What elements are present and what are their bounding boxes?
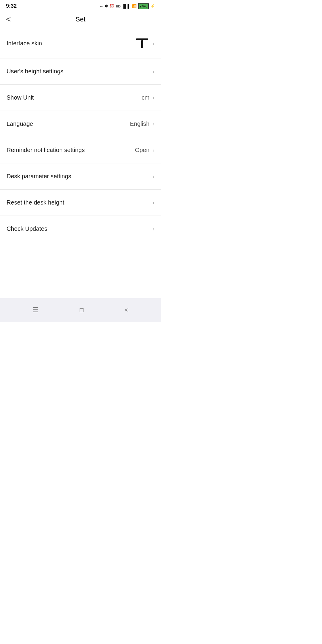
menu-item-users-height[interactable]: User's height settings› [0, 58, 161, 85]
menu-item-reminder-notification[interactable]: Reminder notification settingsOpen› [0, 137, 161, 163]
chevron-icon-show-unit: › [152, 94, 154, 101]
chevron-icon-reset-desk-height: › [152, 199, 154, 206]
menu-list: Interface skin ›User's height settings›S… [0, 28, 161, 298]
page-title: Set [75, 16, 85, 23]
status-bar: 9:32 ··· ✱ ⏰ HD ▐▌▌ 📶 74% ⚡ [0, 0, 161, 11]
header: < Set [0, 11, 161, 28]
nav-menu-icon[interactable]: ☰ [32, 306, 38, 314]
menu-item-label-reminder-notification: Reminder notification settings [7, 147, 85, 154]
menu-item-right-check-updates: › [152, 225, 154, 232]
chevron-icon-reminder-notification: › [152, 147, 154, 154]
menu-item-label-show-unit: Show Unit [7, 94, 34, 101]
menu-item-right-reset-desk-height: › [152, 199, 154, 206]
back-button[interactable]: < [6, 15, 11, 24]
hd-icon: HD [116, 4, 120, 8]
menu-item-right-language: English› [130, 120, 154, 127]
menu-item-label-users-height: User's height settings [7, 68, 64, 75]
menu-item-check-updates[interactable]: Check Updates› [0, 216, 161, 242]
alarm-icon: ⏰ [109, 4, 114, 8]
menu-item-show-unit[interactable]: Show Unitcm› [0, 85, 161, 111]
menu-item-desk-parameter[interactable]: Desk parameter settings› [0, 163, 161, 190]
menu-item-label-check-updates: Check Updates [7, 225, 47, 232]
nav-back-icon[interactable]: < [125, 306, 129, 314]
status-icons: ··· ✱ ⏰ HD ▐▌▌ 📶 74% ⚡ [100, 3, 155, 9]
menu-item-label-language: Language [7, 120, 33, 127]
bottom-nav: ☰ □ < [0, 298, 161, 322]
menu-item-label-desk-parameter: Desk parameter settings [7, 173, 71, 180]
status-time: 9:32 [6, 3, 17, 9]
menu-item-language[interactable]: LanguageEnglish› [0, 111, 161, 137]
menu-item-value-show-unit: cm [142, 94, 150, 101]
nav-home-icon[interactable]: □ [80, 306, 83, 314]
signal-icon: ▐▌▌ [122, 4, 130, 8]
menu-item-right-show-unit: cm› [142, 94, 154, 101]
dots-icon: ··· [100, 4, 103, 8]
chevron-icon-check-updates: › [152, 225, 154, 232]
menu-item-reset-desk-height[interactable]: Reset the desk height› [0, 190, 161, 216]
battery-icon: 74% [138, 3, 149, 9]
menu-item-right-desk-parameter: › [152, 173, 154, 180]
menu-item-right-reminder-notification: Open› [135, 147, 154, 154]
menu-item-right-users-height: › [152, 68, 154, 75]
menu-item-value-reminder-notification: Open [135, 147, 149, 154]
bluetooth-icon: ✱ [105, 4, 108, 8]
menu-item-interface-skin[interactable]: Interface skin › [0, 28, 161, 58]
chevron-icon-desk-parameter: › [152, 173, 154, 180]
menu-item-label-interface-skin: Interface skin [7, 40, 42, 47]
menu-item-right-interface-skin: › [135, 37, 154, 49]
wifi-icon: 📶 [132, 4, 137, 8]
interface-skin-icon [135, 37, 149, 49]
menu-item-label-reset-desk-height: Reset the desk height [7, 199, 64, 206]
menu-item-value-language: English [130, 120, 150, 127]
chevron-icon-language: › [152, 120, 154, 127]
charging-icon: ⚡ [150, 4, 155, 8]
chevron-icon-users-height: › [152, 68, 154, 75]
chevron-icon-interface-skin: › [152, 40, 154, 47]
